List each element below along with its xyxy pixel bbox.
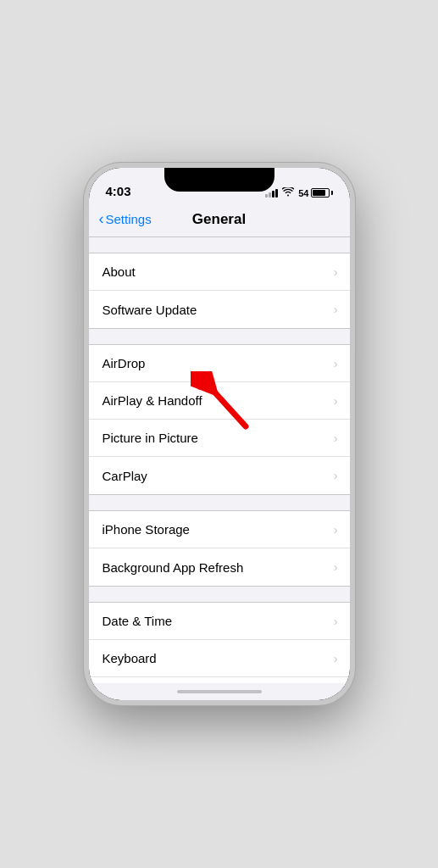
- phone-frame: 4:03 54: [84, 163, 355, 705]
- settings-item-label: iPhone Storage: [103, 522, 190, 537]
- home-indicator: [89, 683, 350, 700]
- settings-item-label: Background App Refresh: [103, 560, 244, 575]
- settings-group-4: Date & Time › Keyboard › Fonts › Languag…: [89, 602, 350, 683]
- settings-item-label: Software Update: [103, 303, 197, 317]
- status-time: 4:03: [106, 184, 131, 198]
- settings-group-3: iPhone Storage › Background App Refresh …: [89, 510, 350, 587]
- settings-item-software-update[interactable]: Software Update ›: [89, 291, 350, 328]
- chevron-icon: ›: [334, 615, 338, 628]
- chevron-icon: ›: [334, 303, 338, 316]
- settings-item-label: About: [103, 264, 136, 279]
- notch: [164, 168, 274, 192]
- settings-item-label: AirPlay & Handoff: [103, 393, 202, 408]
- back-label: Settings: [106, 212, 152, 226]
- settings-item-label: Picture in Picture: [103, 431, 198, 445]
- back-chevron-icon: ‹: [99, 210, 104, 228]
- settings-item-label: Keyboard: [103, 651, 157, 665]
- chevron-icon: ›: [334, 357, 338, 370]
- settings-group-2: AirDrop › AirPlay & Handoff › Picture in…: [89, 344, 350, 495]
- battery-percent: 54: [298, 188, 308, 198]
- chevron-icon: ›: [334, 560, 338, 574]
- status-icons: 54: [265, 187, 332, 198]
- volume-up-button: [77, 286, 80, 328]
- screen: 4:03 54: [89, 168, 350, 700]
- settings-item-fonts[interactable]: Fonts ›: [89, 677, 350, 683]
- section-gap-2: [89, 329, 350, 344]
- settings-item-airplay-handoff[interactable]: AirPlay & Handoff ›: [89, 382, 350, 420]
- settings-item-background-app-refresh[interactable]: Background App Refresh ›: [89, 548, 350, 586]
- power-button: [358, 290, 362, 353]
- settings-item-picture-in-picture[interactable]: Picture in Picture ›: [89, 420, 350, 457]
- section-gap-3: [89, 495, 350, 510]
- back-button[interactable]: ‹ Settings: [99, 211, 152, 228]
- home-bar: [177, 690, 262, 693]
- chevron-icon: ›: [334, 652, 338, 665]
- page-title: General: [192, 211, 246, 228]
- wifi-icon: [282, 187, 294, 198]
- navigation-bar: ‹ Settings General: [89, 202, 350, 237]
- settings-item-label: AirDrop: [103, 356, 146, 370]
- battery-icon: 54: [298, 188, 332, 198]
- settings-item-label: Date & Time: [103, 614, 173, 628]
- section-gap-4: [89, 587, 350, 602]
- settings-group-1: About › Software Update ›: [89, 253, 350, 329]
- settings-item-airdrop[interactable]: AirDrop ›: [89, 345, 350, 382]
- settings-item-keyboard[interactable]: Keyboard ›: [89, 640, 350, 677]
- chevron-icon: ›: [334, 265, 338, 279]
- settings-item-date-time[interactable]: Date & Time ›: [89, 603, 350, 640]
- cellular-signal-icon: [265, 189, 278, 198]
- mute-button: [77, 248, 80, 273]
- settings-item-label: CarPlay: [103, 469, 147, 483]
- chevron-icon: ›: [334, 523, 338, 537]
- phone-screen: 4:03 54: [89, 168, 350, 700]
- settings-item-about[interactable]: About ›: [89, 253, 350, 291]
- settings-item-iphone-storage[interactable]: iPhone Storage ›: [89, 511, 350, 548]
- volume-down-button: [77, 339, 80, 381]
- section-gap-top: [89, 237, 350, 253]
- chevron-icon: ›: [334, 431, 338, 445]
- chevron-icon: ›: [334, 394, 338, 408]
- chevron-icon: ›: [334, 469, 338, 482]
- settings-item-carplay[interactable]: CarPlay ›: [89, 457, 350, 494]
- settings-content: About › Software Update › AirDrop ›: [89, 237, 350, 683]
